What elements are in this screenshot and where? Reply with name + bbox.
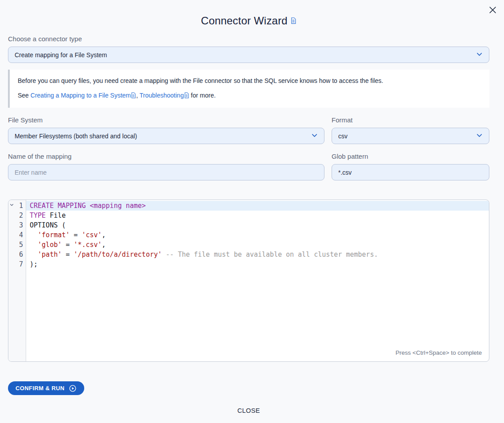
connector-type-select[interactable]: Create mapping for a File System: [8, 47, 489, 63]
chevron-down-icon: [476, 51, 483, 59]
mapping-name-label: Name of the mapping: [8, 153, 324, 160]
confirm-run-label: CONFIRM & RUN: [16, 385, 65, 392]
code-segment: '*.csv': [74, 241, 102, 249]
code-segment: 'glob': [38, 241, 62, 249]
code-line: 3OPTIONS (: [8, 220, 489, 230]
code-segment: CREATE MAPPING: [30, 202, 90, 210]
code-text: 'path' = '/path/to/a/directory' -- The f…: [26, 250, 489, 259]
line-number: 5: [8, 240, 26, 250]
code-segment: =: [70, 231, 82, 239]
code-segment: 'path': [38, 251, 62, 258]
code-segment: 'csv': [82, 231, 102, 239]
format-value: csv: [338, 133, 348, 140]
code-text: 'format' = 'csv',: [26, 230, 489, 240]
code-segment: OPTIONS (: [30, 221, 66, 229]
format-select[interactable]: csv: [332, 128, 489, 144]
format-field-group: Format csv: [332, 116, 489, 144]
line-number: 1: [8, 201, 26, 211]
format-label: Format: [332, 116, 489, 124]
code-segment: File: [46, 212, 66, 219]
file-system-select[interactable]: Member Filesystems (both shared and loca…: [8, 128, 324, 144]
page-title: Connector Wizard: [8, 14, 489, 27]
code-text: 'glob' = '*.csv',: [26, 240, 489, 250]
file-system-value: Member Filesystems (both shared and loca…: [15, 133, 137, 140]
connector-type-label: Choose a connector type: [8, 35, 489, 43]
code-segment: =: [62, 241, 74, 249]
code-segment: ,: [102, 231, 106, 239]
code-segment: <mapping name>: [90, 202, 145, 210]
line-number: 6: [8, 250, 26, 259]
autocomplete-hint: Press <Ctrl+Space> to complete: [395, 349, 482, 356]
sql-code-editor[interactable]: 1CREATE MAPPING <mapping name>2TYPE File…: [8, 200, 489, 362]
mapping-name-field-group: Name of the mapping: [8, 153, 324, 180]
info-see-prefix: See: [18, 92, 31, 99]
code-line: 4 'format' = 'csv',: [8, 230, 489, 240]
close-dialog-button[interactable]: CLOSE: [237, 407, 260, 414]
document-icon: [184, 92, 189, 101]
chevron-down-icon: [476, 132, 483, 140]
confirm-run-button[interactable]: CONFIRM & RUN: [8, 381, 84, 395]
info-separator: ,: [136, 92, 140, 99]
link-troubleshooting[interactable]: Troubleshooting: [140, 92, 184, 99]
code-segment: [30, 241, 38, 249]
play-circle-icon: [69, 384, 77, 392]
code-segment: '/path/to/a/directory': [74, 251, 162, 258]
code-segment: -- The file must be available on all clu…: [162, 251, 378, 258]
page-title-text: Connector Wizard: [201, 15, 287, 27]
code-segment: [30, 251, 38, 258]
code-segment: TYPE: [30, 212, 46, 219]
info-paragraph: Before you can query files, you need cre…: [18, 77, 481, 86]
line-number: 4: [8, 230, 26, 240]
code-line: 6 'path' = '/path/to/a/directory' -- The…: [8, 250, 489, 259]
info-links-line: See Creating a Mapping to a File System,…: [18, 91, 481, 101]
code-segment: );: [30, 260, 38, 268]
document-icon: [290, 14, 297, 27]
code-text: CREATE MAPPING <mapping name>: [26, 201, 489, 211]
connector-type-value: Create mapping for a File System: [15, 51, 107, 59]
code-line: 2TYPE File: [8, 211, 489, 220]
code-segment: =: [62, 251, 74, 258]
info-box: Before you can query files, you need cre…: [8, 70, 489, 108]
file-system-label: File System: [8, 116, 324, 124]
code-line: 5 'glob' = '*.csv',: [8, 240, 489, 250]
glob-pattern-input[interactable]: [332, 164, 489, 180]
info-suffix: for more.: [189, 92, 216, 99]
code-segment: [30, 231, 38, 239]
line-number: 7: [8, 259, 26, 269]
code-text: TYPE File: [26, 211, 489, 220]
chevron-down-icon: [311, 132, 318, 140]
mapping-name-input[interactable]: [8, 164, 324, 180]
line-number: 3: [8, 220, 26, 230]
connector-wizard-dialog: Connector Wizard Choose a connector type…: [0, 0, 504, 414]
file-system-field-group: File System Member Filesystems (both sha…: [8, 116, 324, 144]
code-text: OPTIONS (: [26, 220, 489, 230]
line-number: 2: [8, 211, 26, 220]
code-lines: 1CREATE MAPPING <mapping name>2TYPE File…: [8, 200, 489, 269]
glob-pattern-label: Glob pattern: [332, 153, 489, 160]
code-line: 1CREATE MAPPING <mapping name>: [8, 201, 489, 211]
glob-pattern-field-group: Glob pattern: [332, 153, 489, 180]
code-text: );: [26, 259, 489, 269]
document-icon: [131, 92, 136, 101]
code-segment: 'format': [38, 231, 70, 239]
code-line: 7);: [8, 259, 489, 269]
code-segment: ,: [102, 241, 106, 249]
close-icon[interactable]: [486, 4, 499, 16]
link-creating-mapping[interactable]: Creating a Mapping to a File System: [31, 92, 131, 99]
